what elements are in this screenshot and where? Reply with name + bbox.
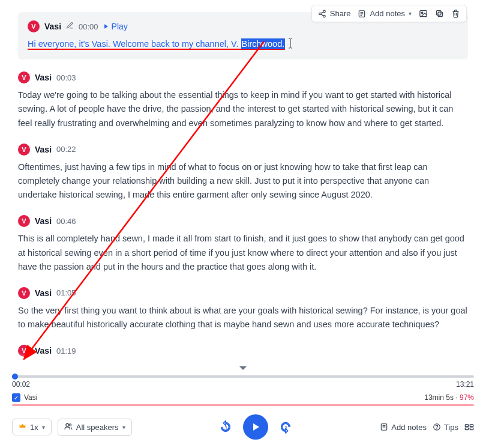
transcript-segment[interactable]: V Vasi 00:22 Oftentimes, just having a f… bbox=[18, 144, 468, 202]
svg-rect-12 bbox=[437, 11, 442, 16]
segment-header: V Vasi 00:00 Play bbox=[28, 20, 458, 32]
play-segment-button[interactable]: Play bbox=[103, 22, 128, 31]
svg-line-4 bbox=[321, 11, 323, 13]
segment-header: V Vasi 00:03 bbox=[18, 71, 468, 83]
speaker-track: ✓ Vasi 13min 5s · 97% bbox=[12, 393, 474, 402]
segment-text[interactable]: Oftentimes, just having a few tips in mi… bbox=[18, 160, 468, 202]
svg-marker-13 bbox=[104, 24, 108, 29]
image-export-button[interactable] bbox=[419, 9, 428, 18]
avatar: V bbox=[18, 215, 30, 227]
progress-bar[interactable] bbox=[12, 375, 474, 378]
expand-handle[interactable] bbox=[230, 363, 256, 372]
svg-point-2 bbox=[323, 15, 326, 17]
avatar: V bbox=[28, 20, 40, 32]
transcript-container: V Vasi 00:00 Play Hi everyone, it's Vasi… bbox=[0, 0, 486, 360]
add-notes-button[interactable]: Add notes ▾ bbox=[358, 9, 412, 18]
all-speakers-button[interactable]: All speakers ▾ bbox=[58, 419, 132, 436]
svg-point-0 bbox=[323, 10, 326, 13]
avatar: V bbox=[18, 144, 30, 156]
keyboard-shortcuts-button[interactable] bbox=[464, 422, 474, 432]
svg-point-17 bbox=[66, 423, 69, 426]
svg-point-10 bbox=[421, 12, 423, 14]
svg-rect-26 bbox=[470, 425, 473, 426]
share-button[interactable]: Share bbox=[318, 9, 351, 18]
svg-rect-28 bbox=[470, 428, 473, 429]
speaker-name[interactable]: Vasi bbox=[35, 216, 52, 226]
track-accuracy: 97% bbox=[460, 393, 474, 402]
controls-row: 1x ▾ All speakers ▾ 3 3 bbox=[12, 414, 474, 440]
tips-button[interactable]: Tips bbox=[433, 423, 458, 432]
timestamp: 00:22 bbox=[56, 145, 76, 154]
segment-text[interactable]: Hi everyone, it's Vasi. Welcome back to … bbox=[28, 37, 458, 51]
time-row: 00:02 13:21 bbox=[12, 380, 474, 389]
delete-button[interactable] bbox=[451, 9, 460, 18]
edit-icon[interactable] bbox=[66, 22, 74, 31]
crown-icon bbox=[19, 422, 26, 432]
segment-text[interactable]: So the very first thing you want to thin… bbox=[18, 304, 468, 331]
segment-header: V Vasi 00:22 bbox=[18, 144, 468, 156]
avatar: V bbox=[18, 287, 30, 299]
svg-point-1 bbox=[319, 13, 322, 15]
svg-point-24 bbox=[437, 429, 437, 429]
note-icon bbox=[358, 10, 366, 18]
all-speakers-label: All speakers bbox=[76, 423, 119, 432]
current-time: 00:02 bbox=[12, 380, 30, 389]
timestamp: 00:00 bbox=[79, 22, 98, 31]
speaker-name[interactable]: Vasi bbox=[35, 145, 52, 154]
timestamp: 00:46 bbox=[56, 217, 76, 226]
svg-marker-19 bbox=[253, 423, 259, 431]
svg-line-3 bbox=[321, 14, 323, 15]
svg-rect-11 bbox=[438, 12, 443, 17]
speaker-name[interactable]: Vasi bbox=[35, 73, 52, 82]
add-notes-label: Add notes bbox=[370, 9, 405, 18]
segment-header: V Vasi 01:05 bbox=[18, 287, 468, 299]
svg-point-18 bbox=[69, 423, 71, 426]
timestamp: 01:05 bbox=[56, 288, 76, 297]
share-label: Share bbox=[330, 9, 351, 18]
copy-button[interactable] bbox=[435, 9, 444, 18]
chevron-down-icon: ▾ bbox=[42, 424, 45, 431]
segment-header: V Vasi 00:46 bbox=[18, 215, 468, 227]
skip-forward-button[interactable]: 3 bbox=[279, 420, 292, 434]
chevron-down-icon: ▾ bbox=[409, 10, 412, 17]
transcript-segment[interactable]: V Vasi 00:46 This is all completely hand… bbox=[18, 215, 468, 274]
top-toolbar: Share Add notes ▾ bbox=[311, 5, 467, 22]
svg-rect-27 bbox=[465, 428, 468, 429]
add-notes-bottom-button[interactable]: Add notes bbox=[380, 423, 427, 432]
track-speaker-name: Vasi bbox=[24, 393, 37, 402]
total-time: 13:21 bbox=[456, 380, 474, 389]
speaker-timeline-bar[interactable] bbox=[12, 404, 474, 406]
play-button[interactable] bbox=[243, 414, 268, 440]
text-cursor-icon bbox=[287, 39, 293, 49]
svg-rect-25 bbox=[465, 425, 468, 426]
speaker-checkbox[interactable]: ✓ bbox=[12, 393, 20, 402]
segment-text[interactable]: This is all completely hand sewn, I made… bbox=[18, 232, 468, 274]
transcript-segment[interactable]: V Vasi 00:03 Today we're going to be tal… bbox=[18, 71, 468, 130]
people-icon bbox=[64, 422, 73, 432]
fade-overlay bbox=[0, 353, 486, 372]
transcript-segment[interactable]: V Vasi 01:05 So the very first thing you… bbox=[18, 287, 468, 331]
highlighted-text: Birchwood. bbox=[241, 38, 286, 49]
chevron-down-icon: ▾ bbox=[122, 424, 125, 431]
timestamp: 00:03 bbox=[56, 73, 76, 82]
track-duration: 13min 5s bbox=[424, 393, 454, 402]
segment-text[interactable]: Today we're going to be talking about th… bbox=[18, 88, 468, 130]
speaker-name[interactable]: Vasi bbox=[44, 22, 61, 31]
progress-thumb[interactable] bbox=[12, 374, 18, 380]
svg-marker-16 bbox=[239, 366, 247, 370]
speaker-name[interactable]: Vasi bbox=[35, 288, 52, 298]
share-icon bbox=[318, 10, 326, 18]
speed-label: 1x bbox=[30, 423, 38, 432]
skip-back-button[interactable]: 3 bbox=[219, 420, 232, 434]
avatar: V bbox=[18, 71, 30, 83]
player-panel: 00:02 13:21 ✓ Vasi 13min 5s · 97% 1x ▾ bbox=[0, 372, 486, 448]
speed-button[interactable]: 1x ▾ bbox=[12, 419, 52, 435]
